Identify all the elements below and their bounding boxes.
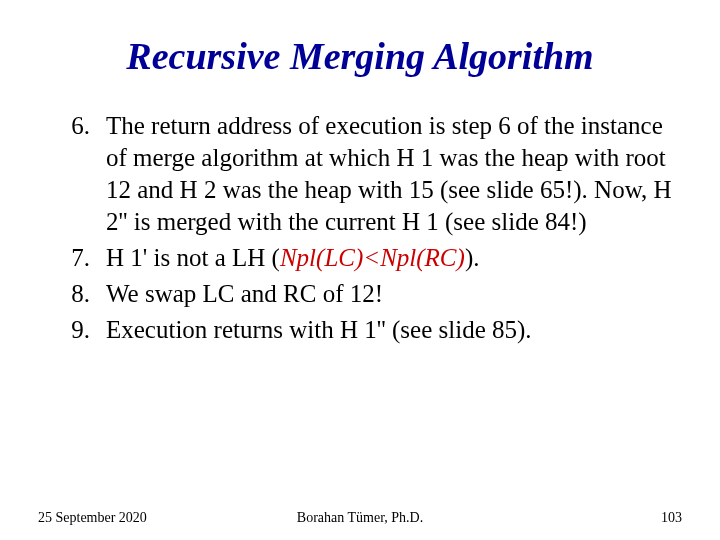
list-item: 8. We swap LC and RC of 12! (44, 278, 676, 310)
footer: 25 September 2020 Borahan Tümer, Ph.D. 1… (0, 510, 720, 526)
footer-page: 103 (467, 510, 682, 526)
list-item: 9. Execution returns with H 1'' (see sli… (44, 314, 676, 346)
list-item: 7. H 1' is not a LH (Npl(LC)<Npl(RC)). (44, 242, 676, 274)
ordered-list: 6. The return address of execution is st… (44, 110, 676, 346)
footer-date: 25 September 2020 (38, 510, 253, 526)
slide: Recursive Merging Algorithm 6. The retur… (0, 0, 720, 540)
item-number: 7. (44, 242, 106, 274)
item-text: The return address of execution is step … (106, 110, 676, 238)
item-number: 6. (44, 110, 106, 238)
item-number: 8. (44, 278, 106, 310)
item-text: We swap LC and RC of 12! (106, 278, 676, 310)
item-text: Execution returns with H 1'' (see slide … (106, 314, 676, 346)
item-text: H 1' is not a LH (Npl(LC)<Npl(RC)). (106, 242, 676, 274)
slide-title: Recursive Merging Algorithm (44, 34, 676, 78)
footer-author: Borahan Tümer, Ph.D. (253, 510, 468, 526)
formula: Npl(LC)<Npl(RC) (280, 244, 465, 271)
item-number: 9. (44, 314, 106, 346)
list-item: 6. The return address of execution is st… (44, 110, 676, 238)
